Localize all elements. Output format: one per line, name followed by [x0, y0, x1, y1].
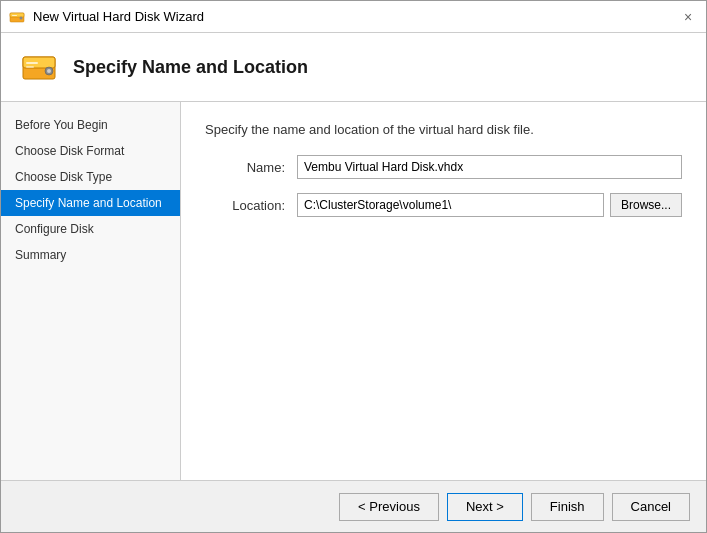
location-input[interactable] [297, 193, 604, 217]
previous-button[interactable]: < Previous [339, 493, 439, 521]
title-bar: New Virtual Hard Disk Wizard × [1, 1, 706, 33]
sidebar-item-choose-disk-format[interactable]: Choose Disk Format [1, 138, 180, 164]
wizard-header: Specify Name and Location [1, 33, 706, 102]
instructions-text: Specify the name and location of the vir… [205, 122, 682, 137]
sidebar-item-before-you-begin[interactable]: Before You Begin [1, 112, 180, 138]
sidebar: Before You Begin Choose Disk Format Choo… [1, 102, 181, 480]
wizard-window: New Virtual Hard Disk Wizard × Specify N… [0, 0, 707, 533]
content-area: Before You Begin Choose Disk Format Choo… [1, 102, 706, 480]
svg-point-7 [47, 69, 51, 73]
svg-rect-1 [10, 13, 24, 17]
main-content: Specify the name and location of the vir… [181, 102, 706, 480]
browse-button[interactable]: Browse... [610, 193, 682, 217]
sidebar-item-summary[interactable]: Summary [1, 242, 180, 268]
sidebar-item-specify-name-location[interactable]: Specify Name and Location [1, 190, 180, 216]
svg-rect-8 [26, 62, 38, 64]
name-label: Name: [205, 160, 285, 175]
sidebar-item-choose-disk-type[interactable]: Choose Disk Type [1, 164, 180, 190]
title-bar-left: New Virtual Hard Disk Wizard [9, 9, 204, 25]
name-row: Name: [205, 155, 682, 179]
header-icon [21, 49, 57, 85]
finish-button[interactable]: Finish [531, 493, 604, 521]
sidebar-item-configure-disk[interactable]: Configure Disk [1, 216, 180, 242]
window-title: New Virtual Hard Disk Wizard [33, 9, 204, 24]
name-input[interactable] [297, 155, 682, 179]
next-button[interactable]: Next > [447, 493, 523, 521]
svg-rect-3 [12, 15, 17, 16]
title-bar-icon [9, 9, 25, 25]
location-label: Location: [205, 198, 285, 213]
svg-point-2 [20, 16, 23, 19]
location-row: Location: Browse... [205, 193, 682, 217]
close-button[interactable]: × [678, 7, 698, 27]
wizard-footer: < Previous Next > Finish Cancel [1, 480, 706, 532]
svg-rect-9 [26, 66, 34, 68]
wizard-header-title: Specify Name and Location [73, 57, 308, 78]
cancel-button[interactable]: Cancel [612, 493, 690, 521]
